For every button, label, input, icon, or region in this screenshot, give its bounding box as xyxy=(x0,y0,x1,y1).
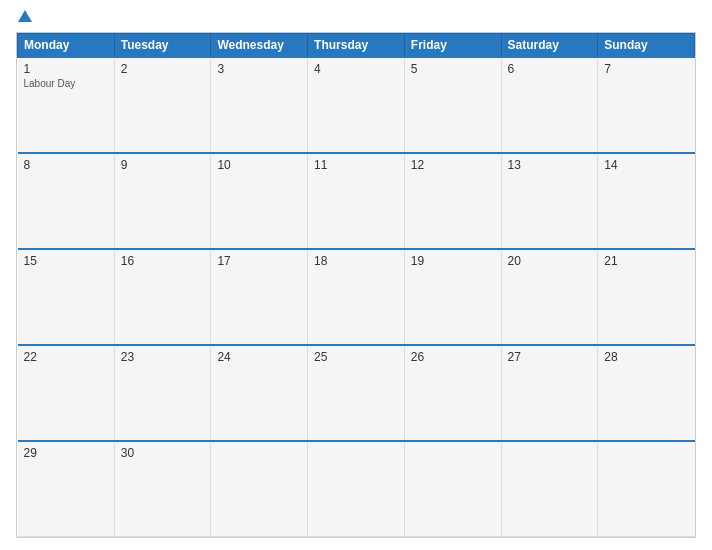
calendar-cell xyxy=(501,441,598,537)
day-number: 14 xyxy=(604,158,688,172)
day-number: 16 xyxy=(121,254,205,268)
calendar-cell: 14 xyxy=(598,153,695,249)
calendar-cell: 20 xyxy=(501,249,598,345)
calendar-cell: 21 xyxy=(598,249,695,345)
calendar-cell: 8 xyxy=(18,153,115,249)
calendar-cell: 18 xyxy=(308,249,405,345)
calendar-cell: 22 xyxy=(18,345,115,441)
calendar-cell: 19 xyxy=(404,249,501,345)
day-number: 10 xyxy=(217,158,301,172)
calendar-cell: 15 xyxy=(18,249,115,345)
day-number: 7 xyxy=(604,62,688,76)
day-number: 28 xyxy=(604,350,688,364)
day-number: 29 xyxy=(24,446,108,460)
day-number: 6 xyxy=(508,62,592,76)
calendar-cell xyxy=(308,441,405,537)
day-number: 23 xyxy=(121,350,205,364)
day-number: 4 xyxy=(314,62,398,76)
calendar-cell xyxy=(598,441,695,537)
calendar-cell: 30 xyxy=(114,441,211,537)
day-number: 12 xyxy=(411,158,495,172)
week-row-4: 2930 xyxy=(18,441,695,537)
day-header-thursday: Thursday xyxy=(308,34,405,58)
calendar-page: MondayTuesdayWednesdayThursdayFridaySatu… xyxy=(0,0,712,550)
day-number: 22 xyxy=(24,350,108,364)
day-number: 30 xyxy=(121,446,205,460)
calendar-cell: 5 xyxy=(404,57,501,153)
calendar-cell: 7 xyxy=(598,57,695,153)
day-header-wednesday: Wednesday xyxy=(211,34,308,58)
day-number: 3 xyxy=(217,62,301,76)
day-number: 21 xyxy=(604,254,688,268)
day-number: 27 xyxy=(508,350,592,364)
day-number: 26 xyxy=(411,350,495,364)
calendar-cell xyxy=(404,441,501,537)
calendar-cell: 11 xyxy=(308,153,405,249)
calendar-cell: 17 xyxy=(211,249,308,345)
calendar-cell: 28 xyxy=(598,345,695,441)
calendar-cell: 27 xyxy=(501,345,598,441)
day-number: 5 xyxy=(411,62,495,76)
day-header-monday: Monday xyxy=(18,34,115,58)
day-number: 1 xyxy=(24,62,108,76)
day-number: 19 xyxy=(411,254,495,268)
calendar-cell: 3 xyxy=(211,57,308,153)
day-number: 20 xyxy=(508,254,592,268)
day-number: 15 xyxy=(24,254,108,268)
day-number: 8 xyxy=(24,158,108,172)
day-number: 2 xyxy=(121,62,205,76)
day-header-sunday: Sunday xyxy=(598,34,695,58)
calendar-cell: 12 xyxy=(404,153,501,249)
day-header-friday: Friday xyxy=(404,34,501,58)
calendar-cell: 13 xyxy=(501,153,598,249)
calendar-cell xyxy=(211,441,308,537)
week-row-2: 15161718192021 xyxy=(18,249,695,345)
calendar-cell: 4 xyxy=(308,57,405,153)
day-header-saturday: Saturday xyxy=(501,34,598,58)
day-headers-row: MondayTuesdayWednesdayThursdayFridaySatu… xyxy=(18,34,695,58)
week-row-1: 891011121314 xyxy=(18,153,695,249)
calendar-cell: 25 xyxy=(308,345,405,441)
header xyxy=(16,12,696,24)
calendar-grid: MondayTuesdayWednesdayThursdayFridaySatu… xyxy=(16,32,696,538)
calendar-cell: 10 xyxy=(211,153,308,249)
day-number: 13 xyxy=(508,158,592,172)
calendar-cell: 26 xyxy=(404,345,501,441)
calendar-cell: 16 xyxy=(114,249,211,345)
day-number: 11 xyxy=(314,158,398,172)
day-header-tuesday: Tuesday xyxy=(114,34,211,58)
day-number: 24 xyxy=(217,350,301,364)
calendar-cell: 29 xyxy=(18,441,115,537)
logo xyxy=(16,12,32,24)
day-number: 18 xyxy=(314,254,398,268)
day-number: 17 xyxy=(217,254,301,268)
calendar-cell: 9 xyxy=(114,153,211,249)
calendar-cell: 23 xyxy=(114,345,211,441)
event-label: Labour Day xyxy=(24,78,108,89)
calendar-cell: 2 xyxy=(114,57,211,153)
calendar-cell: 1Labour Day xyxy=(18,57,115,153)
week-row-0: 1Labour Day234567 xyxy=(18,57,695,153)
calendar-cell: 24 xyxy=(211,345,308,441)
day-number: 9 xyxy=(121,158,205,172)
week-row-3: 22232425262728 xyxy=(18,345,695,441)
logo-triangle-icon xyxy=(18,10,32,22)
day-number: 25 xyxy=(314,350,398,364)
calendar-cell: 6 xyxy=(501,57,598,153)
